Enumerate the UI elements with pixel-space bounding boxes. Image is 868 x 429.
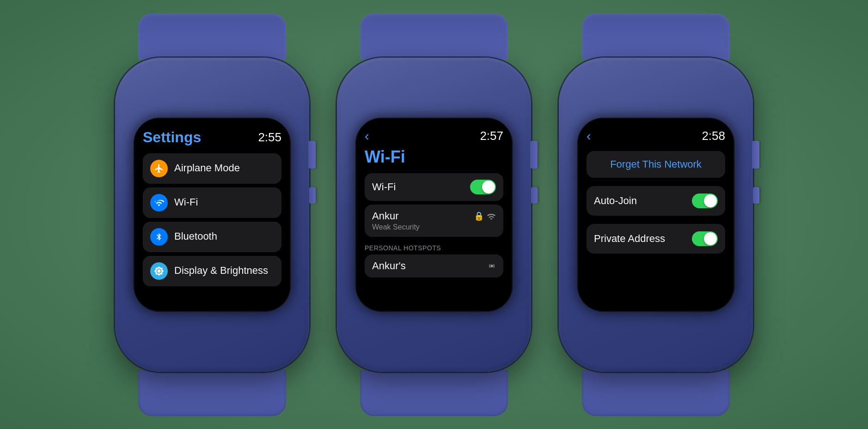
settings-time: 2:55 bbox=[258, 130, 281, 145]
wifi-header: ‹ 2:57 bbox=[365, 129, 503, 144]
settings-item-display[interactable]: Display & Brightness bbox=[143, 256, 281, 286]
settings-title: Settings bbox=[143, 129, 201, 146]
band-bottom bbox=[138, 370, 286, 416]
detail-header: ‹ 2:58 bbox=[587, 129, 725, 144]
band-top bbox=[138, 13, 286, 60]
brightness-icon-circle bbox=[150, 262, 168, 280]
airplane-icon bbox=[150, 160, 168, 177]
settings-item-wifi[interactable]: Wi-Fi bbox=[143, 187, 281, 218]
wifi-signal-icon bbox=[487, 212, 496, 220]
private-address-toggle[interactable] bbox=[692, 231, 718, 246]
settings-list: Airplane Mode Wi-Fi bbox=[143, 153, 281, 302]
band-bottom bbox=[582, 370, 730, 416]
watch-screen-wifi: ‹ 2:57 Wi-Fi Wi-Fi Ankur 🔒 bbox=[355, 118, 513, 312]
back-chevron-icon[interactable]: ‹ bbox=[365, 129, 369, 144]
watch-detail: ‹ 2:58 Forget This Network Auto-Join bbox=[559, 13, 753, 416]
bluetooth-icon-circle bbox=[150, 228, 168, 246]
private-address-row[interactable]: Private Address bbox=[587, 224, 725, 254]
detail-list: Forget This Network Auto-Join Private Ad… bbox=[587, 151, 725, 302]
watch-button[interactable] bbox=[531, 187, 538, 204]
wifi-icon-circle bbox=[150, 194, 168, 211]
settings-item-airplane[interactable]: Airplane Mode bbox=[143, 153, 281, 184]
settings-screen-content: Settings 2:55 Airplane Mode bbox=[134, 118, 291, 312]
detail-screen-content: ‹ 2:58 Forget This Network Auto-Join bbox=[577, 118, 734, 312]
bluetooth-label: Bluetooth bbox=[174, 230, 217, 242]
back-chevron-icon[interactable]: ‹ bbox=[587, 129, 591, 144]
wifi-time: 2:57 bbox=[480, 129, 503, 143]
watch-body: ‹ 2:58 Forget This Network Auto-Join bbox=[559, 58, 753, 372]
wifi-toggle[interactable] bbox=[470, 180, 496, 194]
forget-label: Forget This Network bbox=[610, 158, 702, 170]
watch-screen-settings: Settings 2:55 Airplane Mode bbox=[134, 118, 291, 312]
band-top bbox=[582, 13, 730, 60]
auto-join-toggle[interactable] bbox=[692, 193, 718, 208]
watch-settings: Settings 2:55 Airplane Mode bbox=[115, 13, 309, 416]
band-bottom bbox=[360, 370, 508, 416]
watch-button[interactable] bbox=[753, 187, 759, 204]
hotspot-name: Ankur's bbox=[372, 260, 406, 272]
watch-button[interactable] bbox=[309, 187, 316, 204]
wifi-toggle-label: Wi-Fi bbox=[372, 181, 396, 193]
settings-item-bluetooth[interactable]: Bluetooth bbox=[143, 222, 281, 252]
hotspot-row[interactable]: Ankur's bbox=[365, 254, 503, 278]
svg-point-0 bbox=[490, 265, 493, 267]
wifi-toggle-row[interactable]: Wi-Fi bbox=[365, 173, 503, 201]
network-name: Ankur bbox=[372, 210, 398, 222]
network-subtitle: Weak Security bbox=[372, 223, 496, 231]
lock-icon: 🔒 bbox=[474, 211, 484, 221]
wifi-screen-content: ‹ 2:57 Wi-Fi Wi-Fi Ankur 🔒 bbox=[355, 118, 513, 312]
wifi-label: Wi-Fi bbox=[174, 196, 198, 208]
settings-header: Settings 2:55 bbox=[143, 129, 281, 146]
display-label: Display & Brightness bbox=[174, 265, 268, 277]
network-row-ankur[interactable]: Ankur 🔒 Weak Security bbox=[365, 205, 503, 237]
band-top bbox=[360, 13, 508, 60]
watch-crown[interactable] bbox=[530, 141, 538, 169]
private-address-label: Private Address bbox=[594, 233, 665, 245]
airplane-label: Airplane Mode bbox=[174, 162, 240, 174]
watch-crown[interactable] bbox=[752, 141, 759, 169]
detail-time: 2:58 bbox=[702, 129, 725, 143]
wifi-screen-title: Wi-Fi bbox=[365, 147, 503, 167]
hotspot-section-label: PERSONAL HOTSPOTS bbox=[365, 244, 503, 252]
auto-join-label: Auto-Join bbox=[594, 195, 637, 207]
watch-crown[interactable] bbox=[308, 141, 316, 169]
hotspot-icon bbox=[488, 262, 496, 270]
watch-wifi: ‹ 2:57 Wi-Fi Wi-Fi Ankur 🔒 bbox=[337, 13, 531, 416]
watch-body: Settings 2:55 Airplane Mode bbox=[115, 58, 309, 372]
watch-body: ‹ 2:57 Wi-Fi Wi-Fi Ankur 🔒 bbox=[337, 58, 531, 372]
forget-network-button[interactable]: Forget This Network bbox=[587, 151, 725, 178]
watch-screen-detail: ‹ 2:58 Forget This Network Auto-Join bbox=[577, 118, 734, 312]
auto-join-row[interactable]: Auto-Join bbox=[587, 186, 725, 216]
